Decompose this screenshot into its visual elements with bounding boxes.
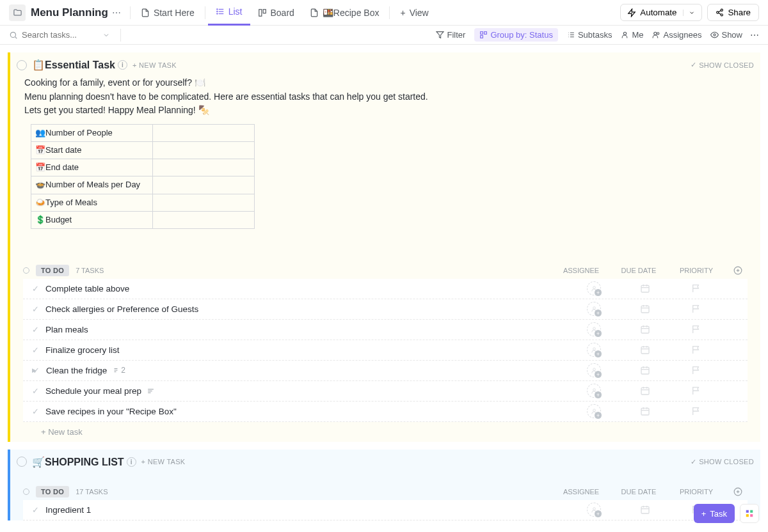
assignee-cell[interactable] <box>568 503 620 517</box>
search-box[interactable] <box>9 30 118 40</box>
svg-point-9 <box>721 9 723 11</box>
share-button[interactable]: Share <box>707 4 759 21</box>
doc-icon <box>141 8 150 17</box>
task-check-icon[interactable]: ✓ <box>32 325 39 334</box>
task-name[interactable]: Clean the fridge2 <box>46 366 568 375</box>
apps-fab[interactable] <box>740 504 759 523</box>
task-check-icon[interactable]: ✓ <box>33 366 40 375</box>
task-name[interactable]: Finalize grocery list <box>45 345 568 355</box>
task-row[interactable]: ▶ ✓ Clean the fridge2 <box>23 361 748 381</box>
new-task-row[interactable]: + New task <box>10 422 760 442</box>
status-label[interactable]: TO DO <box>36 265 69 276</box>
assignee-cell[interactable] <box>568 281 620 295</box>
assignee-cell[interactable] <box>568 404 620 418</box>
subtask-count[interactable]: 2 <box>112 366 125 375</box>
duedate-cell[interactable] <box>620 505 671 515</box>
add-column-button[interactable] <box>728 487 748 496</box>
column-duedate: DUE DATE <box>613 488 664 496</box>
tab-list[interactable]: List <box>208 0 250 26</box>
task-check-icon[interactable]: ✓ <box>32 386 39 396</box>
task-check-icon[interactable]: ✓ <box>32 284 39 293</box>
duedate-cell[interactable] <box>620 386 671 396</box>
task-row[interactable]: ✓ Check allergies or Preference of Guest… <box>23 299 748 320</box>
priority-cell[interactable] <box>671 406 722 416</box>
section-check[interactable] <box>17 457 27 467</box>
tab-recipe-box[interactable]: 🍱Recipe Box <box>302 0 387 26</box>
assignee-cell[interactable] <box>568 363 620 377</box>
planning-table[interactable]: 👥Number of People 📅Start date 📅End date … <box>31 124 255 229</box>
more-icon[interactable]: ⋯ <box>750 30 759 40</box>
duedate-cell[interactable] <box>620 365 671 375</box>
new-task-button[interactable]: + NEW TASK <box>132 61 177 69</box>
priority-cell[interactable] <box>671 304 722 314</box>
tab-start-here[interactable]: Start Here <box>133 0 202 26</box>
task-check-icon[interactable]: ✓ <box>32 345 39 355</box>
divider <box>389 6 390 19</box>
priority-cell[interactable] <box>671 283 722 293</box>
task-row[interactable]: ✓ Complete table above <box>23 279 748 299</box>
section-title[interactable]: 📋Essential Task i <box>32 59 127 71</box>
show-button[interactable]: Show <box>710 30 742 40</box>
automate-button[interactable]: Automate <box>620 4 702 21</box>
duedate-cell[interactable] <box>620 345 671 355</box>
search-input[interactable] <box>22 30 99 40</box>
section-header: 📋Essential Task i + NEW TASK ✓ SHOW CLOS… <box>10 58 760 76</box>
task-name[interactable]: Check allergies or Preference of Guests <box>45 304 568 314</box>
priority-cell[interactable] <box>671 365 722 375</box>
task-check-icon[interactable]: ✓ <box>32 505 39 515</box>
priority-cell[interactable] <box>671 324 722 334</box>
tab-add-view[interactable]: + View <box>392 0 436 26</box>
svg-point-23 <box>714 34 716 36</box>
ellipsis-icon[interactable]: ⋯ <box>112 8 121 18</box>
me-button[interactable]: Me <box>621 30 643 40</box>
duedate-cell[interactable] <box>620 304 671 314</box>
assignee-cell[interactable] <box>568 322 620 336</box>
chevron-down-icon[interactable] <box>683 10 695 16</box>
tab-board[interactable]: Board <box>250 0 302 26</box>
show-closed-button[interactable]: ✓ SHOW CLOSED <box>691 61 754 69</box>
assignee-cell[interactable] <box>568 302 620 316</box>
priority-cell[interactable] <box>671 386 722 396</box>
info-icon[interactable]: i <box>127 457 136 467</box>
svg-rect-19 <box>481 36 483 38</box>
task-row[interactable]: ✓ Finalize grocery list <box>23 340 748 361</box>
assignees-button[interactable]: Assignees <box>652 30 701 40</box>
task-row[interactable]: ✓ Save recipes in your "Recipe Box" <box>23 402 748 422</box>
svg-line-15 <box>15 36 17 38</box>
new-task-fab[interactable]: + Task <box>694 504 735 523</box>
status-circle-icon[interactable] <box>23 267 29 274</box>
subtasks-button[interactable]: Subtasks <box>567 30 612 40</box>
page-title[interactable]: Menu Planning <box>31 6 108 19</box>
duedate-cell[interactable] <box>620 283 671 293</box>
duedate-cell[interactable] <box>620 406 671 416</box>
status-circle-icon[interactable] <box>23 489 29 495</box>
task-check-icon[interactable]: ✓ <box>32 407 39 416</box>
status-label[interactable]: TO DO <box>36 486 69 497</box>
priority-cell[interactable] <box>671 345 722 355</box>
filter-button[interactable]: Filter <box>436 30 465 40</box>
duedate-cell[interactable] <box>620 324 671 334</box>
chevron-down-icon[interactable] <box>102 31 110 39</box>
task-name[interactable]: Schedule your meal prep <box>45 386 568 396</box>
task-name[interactable]: Ingredient 1 <box>45 505 568 515</box>
new-task-button[interactable]: + NEW TASK <box>141 458 186 465</box>
section-check[interactable] <box>17 60 27 70</box>
assignee-icon <box>587 503 601 517</box>
add-column-button[interactable] <box>728 266 748 275</box>
section-title[interactable]: 🛒SHOPPING LIST i <box>32 456 136 468</box>
task-row[interactable]: ✓ Ingredient 1 <box>23 500 748 520</box>
show-closed-button[interactable]: ✓ SHOW CLOSED <box>691 458 754 466</box>
info-icon[interactable]: i <box>118 60 127 70</box>
svg-point-22 <box>657 33 659 35</box>
column-duedate: DUE DATE <box>613 267 664 274</box>
task-row[interactable]: ✓ Schedule your meal prep <box>23 381 748 402</box>
task-check-icon[interactable]: ✓ <box>32 304 39 314</box>
status-group: TO DO 17 TASKS ASSIGNEE DUE DATE PRIORIT… <box>10 483 760 520</box>
task-row[interactable]: ✓ Plan meals <box>23 320 748 340</box>
task-name[interactable]: Plan meals <box>45 325 568 334</box>
assignee-cell[interactable] <box>568 384 620 398</box>
task-name[interactable]: Complete table above <box>45 284 568 293</box>
assignee-cell[interactable] <box>568 343 620 357</box>
groupby-button[interactable]: Group by: Status <box>474 28 558 42</box>
task-name[interactable]: Save recipes in your "Recipe Box" <box>45 407 568 416</box>
